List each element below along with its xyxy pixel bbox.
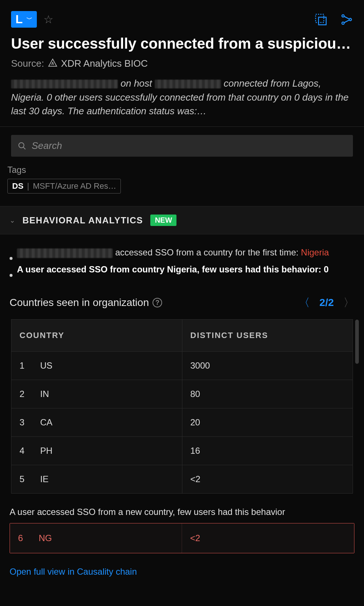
cell-users: <2: [182, 465, 353, 493]
tags-label: Tags: [7, 165, 357, 175]
svg-point-3: [342, 22, 344, 24]
bullet-highlight: Nigeria: [301, 247, 329, 257]
tags-block: Tags DS | MSFT/Azure AD Res…: [0, 165, 364, 206]
redacted-user: [17, 248, 113, 258]
svg-rect-1: [319, 17, 326, 25]
pager-prev-button[interactable]: 〈: [299, 295, 310, 310]
desc-part1: on host: [120, 78, 152, 89]
chevron-down-icon: ⌄: [10, 216, 15, 224]
chevron-down-icon: ﹀: [27, 15, 32, 23]
col-country: COUNTRY: [11, 320, 182, 351]
tag-prefix: DS: [12, 181, 24, 191]
tag-sep: |: [27, 181, 29, 191]
search-wrap: [0, 127, 364, 165]
cell-country: 2IN: [11, 380, 182, 408]
behavior-bullets: accessed SSO from a country for the firs…: [0, 234, 364, 286]
new-badge: NEW: [150, 215, 176, 226]
bullet-content: accessed SSO from a country for the firs…: [17, 245, 329, 260]
cell-users: 3000: [182, 352, 353, 380]
countries-head: Countries seen in organization ? 〈 2/2 〉: [0, 286, 364, 319]
bullet-dot-icon: [10, 257, 13, 260]
cell-users: 16: [182, 437, 353, 465]
bullet-dot-icon: [10, 274, 13, 277]
tag-chip[interactable]: DS | MSFT/Azure AD Res…: [7, 179, 121, 194]
svg-point-4: [349, 18, 351, 20]
table-row[interactable]: 2IN 80: [11, 380, 353, 408]
bullet-text: accessed SSO from a country for the firs…: [115, 247, 299, 257]
search-icon: [18, 142, 27, 150]
pager: 〈 2/2 〉: [299, 295, 354, 310]
col-distinct-users: DISTINCT USERS: [182, 320, 353, 351]
bullet-content: A user accessed SSO from country Nigeria…: [17, 262, 329, 276]
select-box-icon[interactable]: [314, 13, 328, 27]
scrollbar[interactable]: [355, 320, 359, 493]
cell-country: 4PH: [11, 437, 182, 465]
table-header-row: COUNTRY DISTINCT USERS: [11, 320, 353, 352]
redacted-host: [155, 80, 221, 88]
section-title: BEHAVIORAL ANALYTICS: [22, 215, 143, 226]
open-causality-link[interactable]: Open full view in Causality chain: [0, 553, 364, 590]
cell-country: 3CA: [11, 408, 182, 436]
help-icon[interactable]: ?: [153, 298, 162, 307]
header-left: L ﹀ ☆: [11, 11, 53, 28]
svg-point-6: [19, 143, 24, 148]
cell-users: 80: [182, 380, 353, 408]
severity-letter: L: [15, 13, 23, 26]
graph-icon[interactable]: [340, 13, 353, 26]
svg-point-2: [342, 14, 344, 17]
cell-users: 20: [182, 408, 353, 436]
alert-description: on host connected from Lagos, Nigeria. 0…: [0, 74, 364, 126]
analytics-icon: A: [48, 58, 57, 69]
cell-country: 1US: [11, 352, 182, 380]
svg-rect-0: [316, 14, 324, 22]
source-row: Source: A XDR Analytics BIOC: [0, 53, 364, 74]
table-row[interactable]: 3CA 20: [11, 408, 353, 437]
header-right: [314, 13, 353, 27]
alert-title: User successfully connected from a suspi…: [0, 34, 364, 53]
bullet-item: A user accessed SSO from country Nigeria…: [10, 262, 354, 276]
alert-header: L ﹀ ☆: [0, 0, 364, 34]
table-row[interactable]: 4PH 16: [11, 437, 353, 465]
countries-title: Countries seen in organization: [10, 297, 149, 309]
section-behavioral-analytics[interactable]: ⌄ BEHAVIORAL ANALYTICS NEW: [0, 206, 364, 234]
table-row[interactable]: 1US 3000: [11, 352, 353, 380]
svg-text:A: A: [51, 61, 54, 66]
pager-count: 2/2: [319, 297, 334, 309]
cell-country: 5IE: [11, 465, 182, 493]
redacted-user: [11, 80, 118, 88]
cell-country: 6NG: [10, 523, 182, 553]
bullet-text: A user accessed SSO from country Nigeria…: [17, 264, 321, 274]
source-name: XDR Analytics BIOC: [61, 58, 148, 69]
anomaly-row[interactable]: 6NG <2: [10, 523, 354, 553]
search-box[interactable]: [11, 135, 353, 157]
tag-rest: MSFT/Azure AD Res…: [33, 181, 116, 191]
bullet-highlight: 0: [324, 264, 329, 274]
pager-next-button[interactable]: 〉: [343, 295, 354, 310]
cell-users: <2: [182, 523, 354, 553]
table-row[interactable]: 5IE <2: [11, 465, 353, 493]
star-icon[interactable]: ☆: [43, 13, 53, 26]
bullet-item: accessed SSO from a country for the firs…: [10, 245, 354, 260]
countries-title-wrap: Countries seen in organization ?: [10, 297, 162, 309]
scrollbar-thumb[interactable]: [355, 320, 359, 364]
source-label: Source:: [11, 58, 44, 69]
countries-table: COUNTRY DISTINCT USERS 1US 3000 2IN 80 3…: [11, 319, 353, 494]
search-input[interactable]: [32, 140, 346, 152]
severity-dropdown[interactable]: L ﹀: [11, 11, 37, 28]
anomaly-caption: A user accessed SSO from a new country, …: [0, 494, 364, 523]
